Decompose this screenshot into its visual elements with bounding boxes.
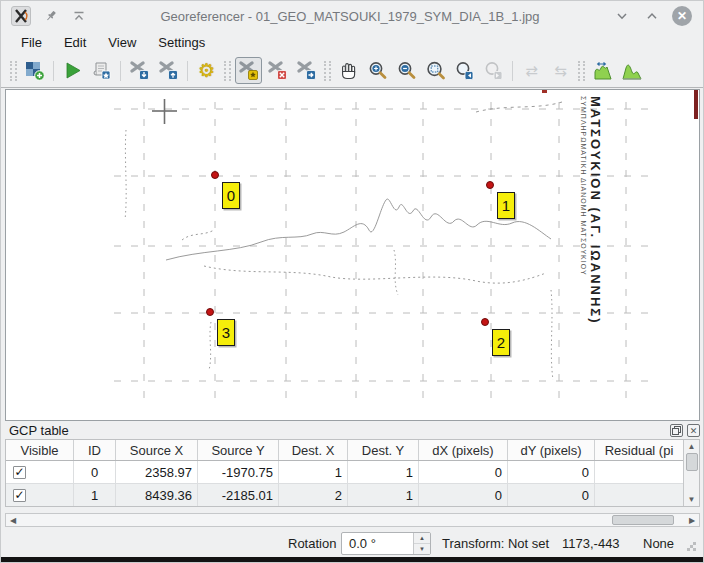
pan-button[interactable] [335, 57, 362, 84]
bottom-edge [1, 557, 703, 563]
column-header-source-y[interactable]: Source Y [198, 440, 279, 460]
full-histogram-stretch-button[interactable] [618, 57, 645, 84]
zoom-in-button[interactable] [364, 57, 391, 84]
column-header-source-x[interactable]: Source X [116, 440, 198, 460]
gcp-point-0[interactable] [211, 171, 219, 179]
toolbar-separator [120, 61, 121, 81]
cell-residual-pi[interactable] [595, 484, 684, 507]
window-title: Georeferencer - 01_GEO_MATSOUKI_1979_SYM… [97, 9, 603, 24]
column-header-id[interactable]: ID [74, 440, 116, 460]
cell-dest-x[interactable]: 1 [279, 461, 348, 484]
scroll-left-icon[interactable]: ◀ [6, 516, 20, 525]
scroll-down-icon[interactable]: ▼ [688, 493, 696, 506]
close-icon: ✕ [690, 426, 698, 436]
cell-dest-y[interactable]: 1 [348, 461, 419, 484]
scrollbar-track[interactable] [20, 514, 685, 526]
gcp-table: VisibleIDSource XSource YDest. XDest. Yd… [5, 439, 700, 507]
cell-dy-pixels-[interactable]: 0 [508, 484, 595, 507]
link-icon: ⇄ [525, 62, 538, 80]
gcp-point-3[interactable] [206, 308, 214, 316]
close-button[interactable]: ✕ [671, 5, 693, 27]
menu-edit[interactable]: Edit [56, 33, 94, 52]
cell-source-y[interactable]: -1970.75 [198, 461, 279, 484]
column-header-residual-pi[interactable]: Residual (pi [595, 440, 684, 460]
visible-checkbox[interactable]: ✓ [13, 466, 26, 479]
column-header-dest-y[interactable]: Dest. Y [348, 440, 419, 460]
scrollbar-thumb[interactable] [686, 453, 698, 471]
toolbar-grip[interactable] [10, 61, 17, 81]
table-vertical-scrollbar[interactable]: ▲ ▼ [683, 440, 699, 506]
titlebar: Georeferencer - 01_GEO_MATSOUKI_1979_SYM… [1, 1, 703, 31]
scroll-right-icon[interactable]: ▶ [685, 516, 699, 525]
transformation-settings-button[interactable]: ⚙ [193, 57, 220, 84]
zoom-to-layer-button[interactable] [422, 57, 449, 84]
cell-source-x[interactable]: 2358.97 [116, 461, 198, 484]
panel-float-button[interactable] [670, 424, 683, 437]
load-gcp-points-button[interactable] [126, 57, 153, 84]
cell-source-y[interactable]: -2185.01 [198, 484, 279, 507]
maximize-button[interactable] [641, 5, 663, 27]
spin-up-icon[interactable]: ▲ [414, 533, 430, 544]
scroll-up-icon[interactable]: ▲ [688, 440, 696, 453]
toolbar-grip[interactable] [324, 61, 331, 81]
map-subtitle: ΣΥΜΠΛΗΡΩΜΑΤΙΚΗ ΔΙΑΝΟΜΗ ΜΑΤΣΟΥΚΙΟΥ [580, 96, 587, 401]
column-header-dx-pixels-[interactable]: dX (pixels) [419, 440, 508, 460]
pin-button[interactable] [41, 6, 61, 26]
georeferencer-window: Georeferencer - 01_GEO_MATSOUKI_1979_SYM… [0, 0, 704, 563]
zoom-last-icon [454, 60, 475, 81]
column-header-dest-x[interactable]: Dest. X [279, 440, 348, 460]
local-histogram-stretch-button[interactable] [589, 57, 616, 84]
cell-id[interactable]: 1 [74, 484, 116, 507]
panel-close-button[interactable]: ✕ [687, 424, 700, 437]
scrollbar-thumb[interactable] [612, 515, 674, 525]
menu-view[interactable]: View [100, 33, 144, 52]
cell-dest-y[interactable]: 1 [348, 484, 419, 507]
toolbar-grip[interactable] [578, 61, 585, 81]
cell-residual-pi[interactable] [595, 461, 684, 484]
spin-down-icon[interactable]: ▼ [414, 544, 430, 554]
visible-cell[interactable]: ✓ [6, 484, 74, 507]
cell-id[interactable]: 0 [74, 461, 116, 484]
toolbar-grip[interactable] [224, 61, 231, 81]
menu-settings[interactable]: Settings [150, 33, 213, 52]
add-point-button[interactable] [235, 57, 262, 84]
gcp-table-row-0[interactable]: ✓02358.97-1970.751100 [6, 461, 699, 484]
cell-dx-pixels-[interactable]: 0 [419, 461, 508, 484]
delete-point-button[interactable] [264, 57, 291, 84]
rotation-spinbox[interactable]: 0.0 ° ▲ ▼ [341, 532, 431, 555]
zoom-last-button[interactable] [451, 57, 478, 84]
cell-dy-pixels-[interactable]: 0 [508, 461, 595, 484]
hand-icon [338, 60, 359, 81]
open-raster-button[interactable] [21, 57, 48, 84]
zoom-next-button[interactable] [480, 57, 507, 84]
table-horizontal-scrollbar[interactable]: ◀ ▶ [5, 513, 700, 527]
save-gcp-points-button[interactable] [155, 57, 182, 84]
column-header-visible[interactable]: Visible [6, 440, 74, 460]
generate-gdal-script-button[interactable] [88, 57, 115, 84]
move-gcp-point-button[interactable] [293, 57, 320, 84]
gcp-point-1[interactable] [486, 181, 494, 189]
shade-button[interactable] [69, 6, 89, 26]
zoom-full-icon [425, 60, 446, 81]
column-header-dy-pixels-[interactable]: dY (pixels) [508, 440, 595, 460]
gcp-label-3: 3 [217, 319, 235, 346]
zoom-in-icon [367, 60, 388, 81]
link-georeferencer-to-qgis-button[interactable]: ⇄ [518, 57, 545, 84]
cell-dest-x[interactable]: 2 [279, 484, 348, 507]
gcp-point-2[interactable] [481, 318, 489, 326]
link-qgis-to-georeferencer-button[interactable]: ⇆ [547, 57, 574, 84]
map-canvas[interactable]: ΜΑΤΣΟΥΚΙΟΝ (ΑΓ. ΙΩΑΝΝΗΣ) ΣΥΜΠΛΗΡΩΜΑΤΙΚΗ … [5, 89, 700, 421]
visible-checkbox[interactable]: ✓ [13, 489, 26, 502]
rotation-value[interactable]: 0.0 ° [342, 533, 413, 554]
gcp-panel-titlebar: GCP table ✕ [5, 422, 700, 439]
cell-dx-pixels-[interactable]: 0 [419, 484, 508, 507]
menu-file[interactable]: File [13, 33, 50, 52]
gcp-table-row-1[interactable]: ✓18439.36-2185.012100 [6, 484, 699, 507]
zoom-out-button[interactable] [393, 57, 420, 84]
window-resize-grip[interactable] [693, 542, 696, 545]
visible-cell[interactable]: ✓ [6, 461, 74, 484]
start-georeferencing-button[interactable] [59, 57, 86, 84]
shade-icon [72, 9, 86, 23]
cell-source-x[interactable]: 8439.36 [116, 484, 198, 507]
minimize-button[interactable] [611, 5, 633, 27]
